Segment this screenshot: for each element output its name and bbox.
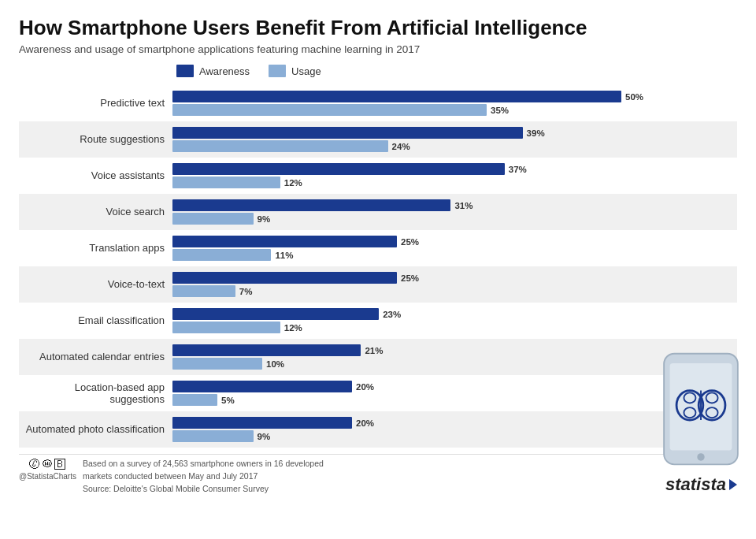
legend-awareness-box	[176, 65, 194, 77]
awareness-bar-wrapper: 37%	[172, 163, 737, 175]
usage-bar-wrapper: 7%	[172, 285, 737, 297]
bars-group: 23%12%	[172, 308, 737, 333]
awareness-bar	[172, 91, 621, 102]
awareness-bar-wrapper: 25%	[172, 272, 737, 284]
bar-row: Voice-to-text25%7%	[19, 266, 737, 303]
usage-value: 5%	[221, 396, 235, 405]
awareness-value: 20%	[356, 382, 374, 392]
bar-row: Route suggestions39%24%	[19, 121, 737, 158]
bars-group: 31%9%	[172, 199, 737, 225]
bars-group: 37%12%	[172, 163, 737, 188]
chart-footer: 🄫 🄮 🄱 @StatistaCharts Based on a survey …	[19, 454, 737, 495]
awareness-bar-wrapper: 21%	[172, 344, 737, 356]
row-label: Location-based app suggestions	[19, 381, 172, 406]
usage-bar	[172, 285, 235, 297]
usage-bar-wrapper: 10%	[172, 358, 737, 370]
awareness-value: 25%	[401, 237, 419, 247]
bar-row: Location-based app suggestions20%5%	[19, 375, 737, 411]
usage-value: 11%	[275, 251, 293, 260]
usage-bar-wrapper: 12%	[172, 322, 737, 333]
usage-value: 9%	[258, 432, 271, 441]
row-label: Route suggestions	[19, 133, 172, 146]
usage-value: 35%	[491, 106, 509, 115]
awareness-value: 31%	[454, 201, 472, 210]
awareness-value: 50%	[625, 92, 643, 102]
awareness-bar-wrapper: 50%	[172, 91, 737, 102]
awareness-bar	[172, 381, 352, 392]
awareness-bar-wrapper: 25%	[172, 236, 737, 247]
cc-handle: @StatistaCharts	[19, 472, 76, 481]
awareness-value: 25%	[401, 273, 419, 283]
phone-decoration	[654, 350, 748, 468]
usage-bar-wrapper: 35%	[172, 104, 737, 116]
bars-group: 20%9%	[172, 417, 737, 442]
chart-title: How Smartphone Users Benefit From Artifi…	[19, 16, 737, 40]
usage-value: 12%	[284, 178, 302, 188]
row-label: Translation apps	[19, 242, 172, 255]
bar-row: Translation apps25%11%	[19, 230, 737, 266]
chart-area: Predictive text50%35%Route suggestions39…	[19, 85, 737, 448]
row-label: Voice-to-text	[19, 278, 172, 291]
awareness-bar	[172, 127, 523, 139]
awareness-bar	[172, 417, 352, 429]
awareness-value: 39%	[527, 128, 545, 138]
bars-group: 25%7%	[172, 272, 737, 297]
row-label: Voice search	[19, 206, 172, 218]
chart-container: How Smartphone Users Benefit From Artifi…	[0, 0, 756, 539]
svg-point-2	[697, 453, 704, 460]
bar-row: Automated photo classification20%9%	[19, 411, 737, 448]
usage-bar	[172, 358, 262, 370]
awareness-bar	[172, 236, 397, 247]
usage-bar	[172, 430, 254, 442]
usage-bar	[172, 140, 388, 152]
cc-row: 🄫 🄮 🄱	[29, 458, 65, 470]
legend-usage-box	[269, 65, 286, 77]
usage-value: 12%	[284, 323, 302, 333]
awareness-bar	[172, 163, 505, 175]
statista-logo: statista	[665, 474, 737, 495]
bar-row: Voice search31%9%	[19, 194, 737, 230]
awareness-bar-wrapper: 31%	[172, 199, 737, 211]
chart-subtitle: Awareness and usage of smartphone applic…	[19, 43, 737, 55]
row-label: Predictive text	[19, 97, 172, 110]
person-icon: 🄮	[42, 458, 53, 470]
usage-value: 24%	[392, 142, 410, 151]
usage-bar-wrapper: 5%	[172, 394, 737, 406]
usage-bar	[172, 322, 280, 333]
row-label: Automated calendar entries	[19, 351, 172, 363]
awareness-bar	[172, 272, 397, 284]
bars-group: 21%10%	[172, 344, 737, 370]
usage-bar-wrapper: 9%	[172, 213, 737, 225]
footer-left: 🄫 🄮 🄱 @StatistaCharts Based on a survey …	[19, 458, 324, 495]
chart-legend: Awareness Usage	[176, 65, 737, 77]
awareness-bar-wrapper: 20%	[172, 417, 737, 429]
awareness-bar	[172, 308, 379, 320]
bars-group: 25%11%	[172, 236, 737, 261]
legend-usage: Usage	[269, 65, 321, 77]
awareness-value: 20%	[356, 418, 374, 428]
bar-row: Predictive text50%35%	[19, 85, 737, 121]
awareness-bar	[172, 199, 450, 211]
cc-icons: 🄫 🄮 🄱 @StatistaCharts	[19, 458, 76, 481]
row-label: Email classification	[19, 314, 172, 327]
bar-row: Voice assistants37%12%	[19, 158, 737, 194]
usage-bar	[172, 104, 487, 116]
row-label: Automated photo classification	[19, 423, 172, 436]
usage-value: 10%	[266, 359, 284, 369]
usage-bar	[172, 213, 254, 225]
legend-usage-label: Usage	[291, 65, 321, 77]
footer-source: Based on a survey of 24,563 smartphone o…	[83, 458, 324, 495]
usage-bar-wrapper: 11%	[172, 249, 737, 261]
row-label: Voice assistants	[19, 169, 172, 182]
bars-group: 39%24%	[172, 127, 737, 152]
awareness-bar-wrapper: 20%	[172, 381, 737, 392]
usage-value: 9%	[258, 214, 271, 224]
bar-row: Email classification23%12%	[19, 303, 737, 339]
bars-group: 20%5%	[172, 381, 737, 406]
legend-awareness-label: Awareness	[199, 65, 250, 77]
usage-bar-wrapper: 9%	[172, 430, 737, 442]
usage-bar	[172, 249, 271, 261]
statista-arrow-icon	[729, 479, 737, 490]
legend-awareness: Awareness	[176, 65, 250, 77]
usage-bar-wrapper: 12%	[172, 177, 737, 188]
